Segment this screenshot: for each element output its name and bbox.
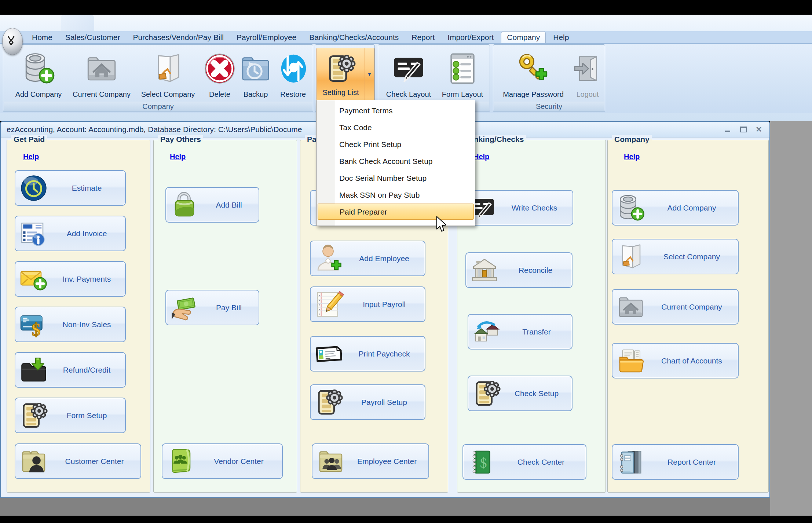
tab-payroll-employee[interactable]: Payroll/Employee	[231, 31, 302, 43]
select-company-button[interactable]: Select Company	[612, 239, 739, 274]
check-layout-ribbon-button[interactable]: Check Layout	[381, 47, 436, 103]
folder-down-icon	[18, 355, 49, 385]
check-setup-button[interactable]: Check Setup	[468, 376, 573, 411]
menu-item-paid-preparer[interactable]: Paid Preparer	[318, 204, 474, 220]
close-button[interactable]: ✕	[755, 126, 763, 133]
form-layout-ribbon-button[interactable]: Form Layout	[437, 47, 488, 103]
tab-report[interactable]: Report	[406, 31, 440, 43]
help-link[interactable]: Help	[23, 153, 39, 161]
setting-list-ribbon-button[interactable]: Setting List▼	[317, 48, 374, 100]
form-list-icon	[437, 48, 488, 89]
delete-icon	[202, 48, 237, 89]
button-label: Add Company	[648, 191, 736, 225]
help-link[interactable]: Help	[624, 153, 640, 161]
button-label: Vendor Center	[198, 444, 280, 478]
check-center-button[interactable]: $Check Center	[462, 444, 586, 480]
select-company-ribbon-button[interactable]: Select Company	[135, 47, 201, 103]
help-link[interactable]: Help	[170, 153, 186, 161]
tab-purchases-vendor-pay-bill[interactable]: Purchases/Vendor/Pay Bill	[127, 31, 229, 43]
menu-item-bank-check-account-setup[interactable]: Bank Check Account Setup	[317, 153, 475, 170]
window-title: ezAccounting, Account: Accounting.mdb, D…	[7, 122, 302, 137]
ribbon-button-label: Current Company	[69, 90, 135, 99]
refund-credit-button[interactable]: Refund/Credit	[15, 352, 126, 388]
add-invoice-button[interactable]: Add Invoice	[15, 216, 126, 251]
window-controls: ✕	[724, 126, 763, 133]
chart-of-accounts-button[interactable]: Chart of Accounts	[612, 343, 739, 378]
button-label: Employee Center	[348, 444, 426, 478]
check-pen-icon	[381, 48, 436, 89]
input-payroll-button[interactable]: Input Payroll	[310, 286, 425, 322]
database-add-icon	[9, 48, 68, 89]
manage-password-ribbon-button[interactable]: Manage Password	[496, 47, 570, 103]
menu-item-check-print-setup[interactable]: Check Print Setup	[317, 136, 475, 153]
tab-help[interactable]: Help	[548, 31, 574, 43]
menu-item-mask-ssn-on-pay-stub[interactable]: Mask SSN on Pay Stub	[317, 187, 475, 204]
report-center-button[interactable]: Report Center	[612, 444, 739, 480]
current-company-ribbon-button[interactable]: Current Company	[69, 47, 135, 103]
top-black-bar	[0, 0, 812, 15]
pencil-pad-icon	[314, 289, 344, 319]
database-add-icon	[615, 193, 646, 223]
desktop-bottom-strip	[0, 498, 770, 516]
minimize-button[interactable]	[724, 126, 732, 133]
button-label: Select Company	[648, 239, 736, 274]
app-logo-button[interactable]	[2, 28, 23, 55]
person-add-icon	[314, 244, 344, 274]
add-bill-button[interactable]: Add Bill	[165, 187, 259, 223]
button-label: Inv. Payments	[51, 262, 123, 296]
transfer-button[interactable]: Transfer	[468, 314, 573, 350]
payroll-setup-button[interactable]: Payroll Setup	[310, 384, 425, 420]
folder-home-icon	[69, 48, 135, 89]
dropdown-arrow-icon[interactable]: ▼	[365, 48, 374, 100]
delete-ribbon-button[interactable]: Delete	[202, 47, 237, 103]
help-link[interactable]: Help	[473, 153, 489, 161]
tab-company[interactable]: Company	[501, 31, 546, 43]
add-employee-button[interactable]: Add Employee	[310, 241, 425, 276]
button-label: Reconcile	[501, 253, 570, 287]
backup-folder-icon	[238, 48, 273, 89]
folder-people-icon	[315, 446, 346, 476]
open-folder-icon	[135, 48, 201, 89]
menu-item-doc-serial-number-setup[interactable]: Doc Serial Number Setup	[317, 170, 475, 187]
employee-center-button[interactable]: Employee Center	[312, 443, 429, 479]
card-dollar-icon: $	[18, 310, 49, 340]
tab-sales-customer[interactable]: Sales/Customer	[60, 31, 125, 43]
add-company-ribbon-button[interactable]: Add Company	[9, 47, 68, 103]
menu-item-tax-code[interactable]: Tax Code	[317, 119, 475, 136]
notepad-gear-icon	[471, 378, 502, 409]
logout-ribbon-button[interactable]: Logout	[572, 47, 603, 103]
column-company: CompanyHelpAdd CompanySelect CompanyCurr…	[607, 140, 769, 493]
menu-item-payment-terms[interactable]: Payment Terms	[317, 102, 475, 119]
add-company-button[interactable]: Add Company	[612, 190, 739, 226]
key-add-icon	[496, 48, 570, 89]
tab-home[interactable]: Home	[26, 31, 58, 43]
write-checks-button[interactable]: Write Checks	[462, 190, 573, 226]
cursor-arrow-icon	[436, 216, 447, 232]
print-paycheck-button[interactable]: Print Paycheck	[310, 336, 425, 372]
column-banking-checks: Banking/ChecksHelpWrite ChecksReconcileT…	[457, 140, 606, 493]
open-folder-icon	[615, 242, 646, 272]
inv-payments-button[interactable]: Inv. Payments	[15, 261, 126, 297]
button-label: Pay Bill	[201, 290, 256, 325]
shopping-bag-icon	[169, 190, 200, 220]
backup-ribbon-button[interactable]: Backup	[238, 47, 273, 103]
tab-import-export[interactable]: Import/Export	[442, 31, 499, 43]
vendor-center-button[interactable]: Vendor Center	[162, 443, 283, 479]
pay-bill-button[interactable]: Pay Bill	[165, 290, 259, 325]
button-label: Input Payroll	[346, 287, 423, 321]
reconcile-button[interactable]: Reconcile	[465, 252, 573, 288]
pay-bill-icon	[169, 293, 200, 323]
estimate-button[interactable]: Estimate	[15, 170, 126, 206]
ribbon-button-label: Check Layout	[381, 90, 436, 99]
restore-ribbon-button[interactable]: Restore	[274, 47, 312, 103]
current-company-button[interactable]: Current Company	[612, 289, 739, 325]
customer-center-button[interactable]: Customer Center	[15, 443, 141, 479]
non-inv-sales-button[interactable]: $Non-Inv Sales	[15, 307, 126, 342]
maximize-button[interactable]	[739, 126, 747, 133]
ribbon-group-label: Security	[494, 102, 604, 111]
button-label: Report Center	[648, 445, 736, 479]
envelope-add-icon	[18, 264, 49, 294]
checkbook-dollar-icon: $	[466, 447, 497, 477]
form-setup-button[interactable]: Form Setup	[15, 398, 126, 433]
tab-banking-checks-accounts[interactable]: Banking/Checks/Accounts	[304, 31, 404, 43]
